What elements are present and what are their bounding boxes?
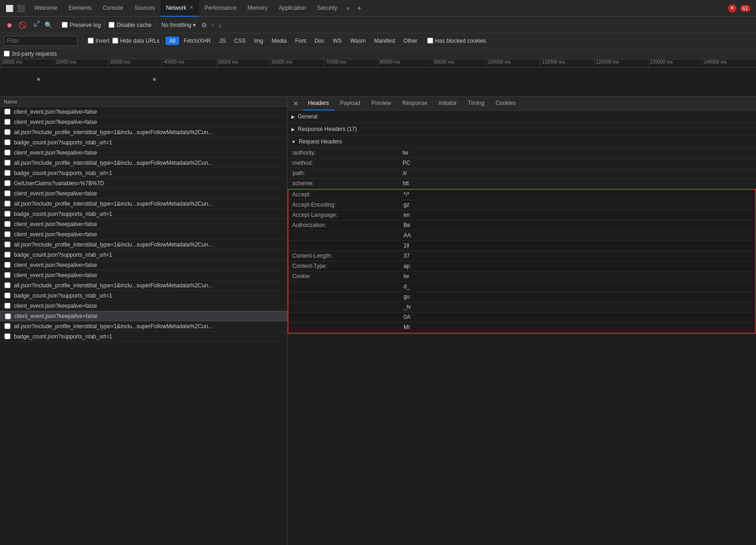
row-checkbox[interactable] [4, 170, 11, 176]
panel-close-button[interactable]: ✕ [289, 100, 302, 107]
table-row[interactable]: badge_count.json?supports_ntab_urt=1 [0, 168, 287, 178]
row-checkbox[interactable] [4, 231, 11, 237]
filter-btn-css[interactable]: CSS [231, 37, 250, 45]
has-blocked-cookies-checkbox[interactable]: Has blocked cookies [427, 38, 486, 44]
filter-btn-media[interactable]: Media [268, 37, 290, 45]
general-section-header[interactable]: ▶ General [288, 110, 756, 123]
tab-more-button[interactable]: » [343, 5, 353, 12]
tab-network-close-icon[interactable]: ✕ [189, 5, 193, 11]
row-checkbox[interactable] [4, 292, 11, 298]
tab-elements[interactable]: Elements [63, 0, 97, 17]
row-checkbox[interactable] [4, 119, 11, 125]
row-checkbox[interactable] [4, 160, 11, 166]
tab-add-button[interactable]: + [353, 4, 365, 13]
filter-btn-ws[interactable]: WS [329, 37, 346, 45]
table-row[interactable]: badge_count.json?supports_ntab_urt=1 [0, 137, 287, 148]
row-checkbox[interactable] [4, 149, 11, 156]
filter-btn-other[interactable]: Other [400, 37, 421, 45]
third-party-checkbox[interactable]: 3rd-party requests [4, 51, 57, 57]
response-headers-section-header[interactable]: ▶ Response Headers (17) [288, 123, 756, 136]
tab-memory[interactable]: Memory [242, 0, 273, 17]
download-icon[interactable]: ↓ [218, 21, 221, 29]
invert-checkbox[interactable]: Invert [88, 38, 109, 44]
table-row[interactable]: client_event.json?keepalive=false [0, 117, 287, 127]
table-row[interactable]: all.json?include_profile_interstitial_ty… [0, 240, 287, 250]
clear-button[interactable]: 🚫 [17, 19, 28, 31]
row-checkbox[interactable] [4, 282, 11, 288]
table-row[interactable]: client_event.json?keepalive=false [0, 311, 287, 321]
row-checkbox[interactable] [4, 129, 11, 135]
row-checkbox[interactable] [4, 201, 11, 207]
tab-welcome[interactable]: Welcome [29, 0, 63, 17]
table-row[interactable]: client_event.json?keepalive=false [0, 260, 287, 270]
search-button[interactable]: 🔍 [43, 19, 54, 31]
table-row[interactable]: badge_count.json?supports_ntab_urt=1 [0, 209, 287, 219]
table-row[interactable]: client_event.json?keepalive=false [0, 301, 287, 311]
row-checkbox[interactable] [4, 303, 11, 309]
filter-btn-js[interactable]: JS [216, 37, 230, 45]
device-toolbar-icon[interactable]: ⬜ [6, 5, 13, 12]
filter-btn-manifest[interactable]: Manifest [370, 37, 398, 45]
filter-btn-img[interactable]: Img [250, 37, 267, 45]
table-row[interactable]: all.json?include_profile_interstitial_ty… [0, 280, 287, 291]
filter-btn-font[interactable]: Font [291, 37, 310, 45]
table-row[interactable]: client_event.json?keepalive=false [0, 148, 287, 158]
row-checkbox[interactable] [4, 272, 11, 278]
table-row[interactable]: client_event.json?keepalive=false [0, 188, 287, 199]
row-checkbox[interactable] [4, 190, 11, 196]
row-checkbox[interactable] [4, 221, 11, 227]
tab-preview[interactable]: Preview [366, 97, 397, 110]
tab-initiator[interactable]: Initiator [433, 97, 462, 110]
row-checkbox[interactable] [4, 241, 11, 247]
throttle-select[interactable]: No throttling ▾ [160, 21, 198, 29]
tab-security[interactable]: Security [312, 0, 343, 17]
row-checkbox[interactable] [4, 323, 11, 329]
toolbar-separator-1 [58, 20, 58, 30]
filter-icon-button[interactable]: ≡ [30, 19, 41, 31]
table-row[interactable]: client_event.json?keepalive=false [0, 219, 287, 229]
table-row[interactable]: client_event.json?keepalive=false [0, 229, 287, 240]
row-checkbox[interactable] [4, 109, 11, 115]
row-checkbox[interactable] [4, 262, 11, 268]
record-button[interactable]: ⏺ [4, 19, 15, 31]
tab-console[interactable]: Console [97, 0, 129, 17]
table-row[interactable]: badge_count.json?supports_ntab_urt=1 [0, 331, 287, 342]
inspect-icon[interactable]: ⬛ [17, 5, 25, 12]
tab-sources[interactable]: Sources [129, 0, 160, 17]
filter-btn-all[interactable]: All [166, 37, 179, 45]
row-checkbox[interactable] [4, 252, 11, 258]
tab-application[interactable]: Application [273, 0, 312, 17]
table-row[interactable]: badge_count.json?supports_ntab_urt=1 [0, 250, 287, 260]
tab-payload[interactable]: Payload [334, 97, 365, 110]
request-headers-section-header[interactable]: ▼ Request Headers [288, 136, 756, 148]
tab-timing[interactable]: Timing [462, 97, 490, 110]
row-checkbox[interactable] [4, 180, 11, 186]
table-row[interactable]: client_event.json?keepalive=false [0, 270, 287, 280]
filter-input[interactable] [4, 36, 78, 46]
filter-btn-wasm[interactable]: Wasm [346, 37, 370, 45]
row-checkbox[interactable] [4, 313, 12, 319]
row-checkbox[interactable] [4, 333, 11, 339]
table-row[interactable]: client_event.json?keepalive=false [0, 107, 287, 117]
table-row[interactable]: all.json?include_profile_interstitial_ty… [0, 321, 287, 331]
table-row[interactable]: GetUserClaims?variables=%7B%7D [0, 178, 287, 188]
row-checkbox[interactable] [4, 211, 11, 217]
tab-performance[interactable]: Performance [199, 0, 242, 17]
preserve-log-checkbox[interactable]: Preserve log [62, 22, 101, 28]
disable-cache-checkbox[interactable]: Disable cache [109, 22, 151, 28]
filter-btn-fetch/xhr[interactable]: Fetch/XHR [180, 37, 215, 45]
wifi-settings-icon[interactable]: ⚙ [201, 21, 207, 29]
tab-headers[interactable]: Headers [302, 97, 334, 110]
table-row[interactable]: all.json?include_profile_interstitial_ty… [0, 127, 287, 137]
tab-network[interactable]: Network ✕ [160, 0, 199, 17]
upload-icon[interactable]: ↑ [211, 21, 214, 29]
table-row[interactable]: badge_count.json?supports_ntab_urt=1 [0, 291, 287, 301]
tab-response[interactable]: Response [397, 97, 433, 110]
table-row[interactable]: all.json?include_profile_interstitial_ty… [0, 199, 287, 209]
filter-btn-doc[interactable]: Doc [311, 37, 328, 45]
hide-data-urls-checkbox[interactable]: Hide data URLs [112, 38, 160, 44]
table-row[interactable]: all.json?include_profile_interstitial_ty… [0, 158, 287, 168]
row-checkbox[interactable] [4, 139, 11, 145]
tab-cookies[interactable]: Cookies [490, 97, 521, 110]
header-value: /i/ [399, 169, 756, 178]
